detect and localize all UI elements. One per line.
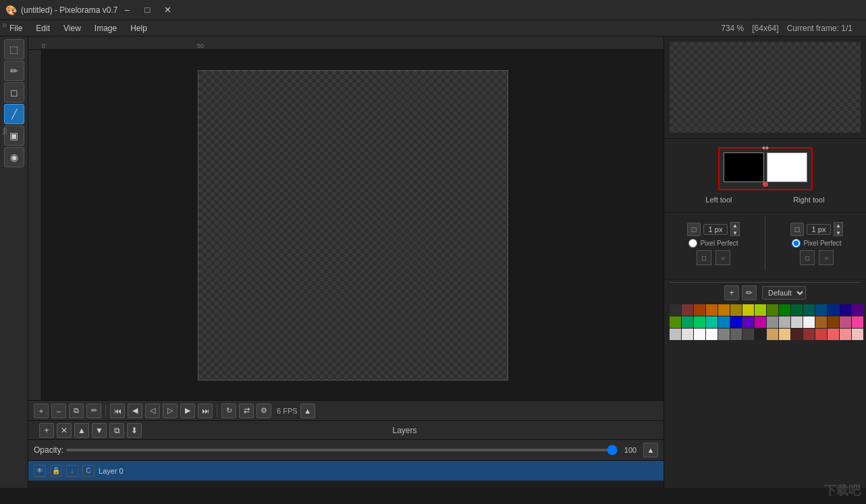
palette-color-22[interactable] xyxy=(742,316,754,328)
palette-select[interactable]: Default xyxy=(762,286,806,300)
play-prev-button[interactable]: ◀ xyxy=(128,403,142,418)
fps-up-button[interactable]: ▲ xyxy=(300,403,315,418)
eraser-tool-button[interactable]: ◻ xyxy=(4,82,24,103)
menu-image[interactable]: Image xyxy=(88,22,124,34)
palette-color-43[interactable] xyxy=(803,329,815,340)
palette-color-31[interactable] xyxy=(852,316,863,328)
left-size-down[interactable]: ▼ xyxy=(730,229,740,236)
left-size-input[interactable] xyxy=(703,224,728,235)
layer-visibility-button[interactable]: 👁 xyxy=(34,465,46,477)
copy-frame-button[interactable]: ⧉ xyxy=(69,403,84,418)
palette-color-35[interactable] xyxy=(706,329,718,340)
remove-frame-button[interactable]: – xyxy=(51,403,66,418)
palette-color-28[interactable] xyxy=(815,316,827,328)
prev-frame-button[interactable]: ◁ xyxy=(145,403,160,418)
left-shape-square[interactable]: □ xyxy=(697,250,711,265)
palette-color-1[interactable] xyxy=(682,304,693,316)
palette-color-13[interactable] xyxy=(828,304,839,316)
pencil-tool-button[interactable]: ✏ xyxy=(4,61,24,81)
palette-color-16[interactable] xyxy=(670,316,681,328)
palette-color-10[interactable] xyxy=(791,304,803,316)
palette-color-30[interactable] xyxy=(840,316,851,328)
palette-color-17[interactable] xyxy=(682,316,693,328)
right-tool-size-btn[interactable]: □ xyxy=(790,223,804,236)
play-next-button[interactable]: ▶ xyxy=(180,403,195,418)
left-color-box[interactable] xyxy=(724,152,764,182)
copy-layer-button[interactable]: ⧉ xyxy=(109,423,124,438)
mirror-button[interactable]: ⇄ xyxy=(239,403,254,418)
palette-color-0[interactable] xyxy=(670,304,681,316)
add-palette-button[interactable]: + xyxy=(724,285,739,300)
layer-lock-button[interactable]: 🔒 xyxy=(50,465,62,477)
palette-color-29[interactable] xyxy=(828,316,839,328)
maximize-button[interactable]: □ xyxy=(138,3,157,18)
palette-color-24[interactable] xyxy=(767,316,778,328)
opacity-up-button[interactable]: ▲ xyxy=(643,443,658,457)
palette-color-12[interactable] xyxy=(815,304,827,316)
palette-color-5[interactable] xyxy=(730,304,742,316)
palette-color-40[interactable] xyxy=(767,329,778,340)
palette-color-45[interactable] xyxy=(828,329,839,340)
right-size-up[interactable]: ▲ xyxy=(834,222,843,229)
remove-layer-button[interactable]: ✕ xyxy=(57,423,72,438)
swap-colors-icon[interactable]: ⇔ xyxy=(762,143,769,152)
palette-color-41[interactable] xyxy=(779,329,790,340)
palette-color-39[interactable] xyxy=(755,329,766,340)
add-frame-button[interactable]: + xyxy=(34,403,49,418)
move-layer-up-button[interactable]: ▲ xyxy=(74,423,89,438)
right-size-down[interactable]: ▼ xyxy=(834,229,843,236)
palette-color-26[interactable] xyxy=(791,316,803,328)
pixel-canvas[interactable] xyxy=(198,70,508,381)
palette-color-15[interactable] xyxy=(852,304,863,316)
merge-layer-button[interactable]: ⬇ xyxy=(127,423,142,438)
palette-color-36[interactable] xyxy=(718,329,730,340)
layer-copy-button[interactable]: C xyxy=(82,465,94,477)
right-shape-circle[interactable]: ○ xyxy=(819,250,834,265)
anim-settings-button[interactable]: ⚙ xyxy=(256,403,271,418)
palette-color-32[interactable] xyxy=(670,329,681,340)
palette-color-6[interactable] xyxy=(742,304,754,316)
select-tool-button[interactable]: ⬚ xyxy=(4,39,24,59)
bucket-tool-button[interactable]: ◉ xyxy=(4,147,24,167)
palette-color-8[interactable] xyxy=(767,304,778,316)
layer-merge-down-button[interactable]: ↓ xyxy=(66,465,78,477)
loop-button[interactable]: ↻ xyxy=(221,403,236,418)
opacity-slider[interactable] xyxy=(66,449,618,451)
palette-color-37[interactable] xyxy=(730,329,742,340)
add-layer-button[interactable]: + xyxy=(39,423,54,438)
left-size-up[interactable]: ▲ xyxy=(730,222,740,229)
palette-color-42[interactable] xyxy=(791,329,803,340)
palette-color-4[interactable] xyxy=(718,304,730,316)
palette-color-23[interactable] xyxy=(755,316,766,328)
palette-color-9[interactable] xyxy=(779,304,790,316)
palette-color-18[interactable] xyxy=(694,316,705,328)
palette-color-34[interactable] xyxy=(694,329,705,340)
right-color-box[interactable] xyxy=(767,152,807,182)
palette-color-46[interactable] xyxy=(840,329,851,340)
palette-color-21[interactable] xyxy=(730,316,742,328)
palette-color-44[interactable] xyxy=(815,329,827,340)
right-pixel-perfect-radio[interactable] xyxy=(792,239,801,248)
palette-color-33[interactable] xyxy=(682,329,693,340)
palette-color-47[interactable] xyxy=(852,329,863,340)
palette-color-19[interactable] xyxy=(706,316,718,328)
palette-color-27[interactable] xyxy=(803,316,815,328)
palette-color-11[interactable] xyxy=(803,304,815,316)
color-boxes-container[interactable]: ⇔ xyxy=(718,147,813,190)
close-button[interactable]: ✕ xyxy=(158,3,177,18)
canvas-viewport[interactable] xyxy=(42,50,664,400)
palette-color-14[interactable] xyxy=(840,304,851,316)
palette-color-20[interactable] xyxy=(718,316,730,328)
line-tool-button[interactable]: ╱ xyxy=(4,104,24,124)
next-frame-button[interactable]: ▷ xyxy=(163,403,178,418)
minimize-button[interactable]: – xyxy=(117,3,136,18)
edit-palette-button[interactable]: ✏ xyxy=(742,285,757,300)
palette-color-7[interactable] xyxy=(755,304,766,316)
menu-help[interactable]: Help xyxy=(124,22,154,34)
palette-color-38[interactable] xyxy=(742,329,754,340)
menu-view[interactable]: View xyxy=(57,22,88,34)
layer-row[interactable]: 👁 🔒 ↓ C Layer 0 xyxy=(28,461,664,481)
palette-color-3[interactable] xyxy=(706,304,718,316)
move-layer-down-button[interactable]: ▼ xyxy=(92,423,107,438)
palette-color-25[interactable] xyxy=(779,316,790,328)
